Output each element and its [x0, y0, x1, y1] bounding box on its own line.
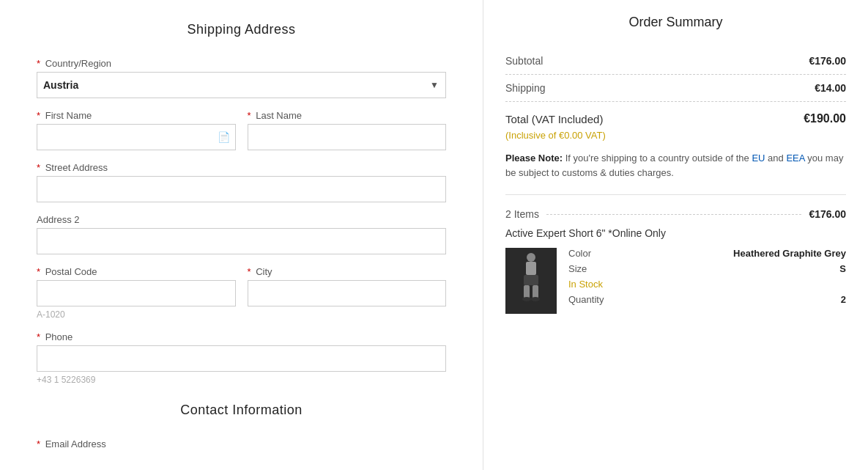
items-summary-row: 2 Items €176.00: [505, 208, 846, 220]
product-name: Active Expert Short 6" *Online Only: [505, 227, 846, 239]
order-summary-panel: Order Summary Subtotal €176.00 Shipping …: [483, 0, 868, 470]
product-row: Color Heathered Graphite Grey Size S In …: [505, 248, 846, 314]
quantity-label: Quantity: [568, 294, 604, 305]
shipping-address-panel: Shipping Address * Country/Region Austri…: [0, 0, 483, 470]
eea-text: EEA: [786, 153, 804, 164]
total-row: Total (VAT Included) €190.00: [505, 102, 846, 130]
address2-label: Address 2: [37, 214, 446, 225]
first-name-field-group: * First Name 📄: [37, 110, 236, 150]
svg-point-5: [522, 297, 531, 301]
subtotal-value: €176.00: [809, 55, 846, 67]
street-input[interactable]: [37, 176, 446, 202]
address2-input[interactable]: [37, 228, 446, 254]
items-value: €176.00: [809, 208, 846, 220]
shipping-value: €14.00: [815, 82, 846, 94]
note-text: If you're shipping to a country outside …: [565, 153, 752, 164]
quantity-value: 2: [841, 294, 846, 305]
country-select[interactable]: Austria Germany France Italy Spain: [37, 72, 446, 98]
color-value: Heathered Graphite Grey: [733, 248, 846, 259]
first-name-label: * First Name: [37, 110, 236, 121]
street-required-star: *: [37, 162, 40, 173]
postal-required-star: *: [37, 266, 40, 277]
city-required-star: *: [248, 266, 251, 277]
contact-info-title: Contact Information: [37, 403, 446, 418]
color-label: Color: [568, 248, 591, 259]
product-details: Color Heathered Graphite Grey Size S In …: [568, 248, 846, 314]
product-image-svg: [513, 251, 549, 310]
shipping-address-title: Shipping Address: [37, 22, 446, 37]
last-name-label: * Last Name: [248, 110, 447, 121]
items-dashed-line: [546, 214, 801, 215]
email-label: * Email Address: [37, 438, 446, 449]
quantity-row: Quantity 2: [568, 294, 846, 305]
first-name-required-star: *: [37, 110, 40, 121]
postal-input[interactable]: [37, 280, 236, 306]
subtotal-label: Subtotal: [505, 55, 543, 67]
divider: [505, 194, 846, 195]
svg-rect-1: [526, 262, 536, 275]
postal-field-group: * Postal Code A-1020: [37, 266, 236, 320]
svg-rect-3: [524, 285, 530, 298]
last-name-field-group: * Last Name: [248, 110, 447, 150]
size-label: Size: [568, 263, 587, 274]
items-label: 2 Items: [505, 208, 539, 220]
last-name-required-star: *: [248, 110, 251, 121]
eu-text: EU: [752, 153, 765, 164]
phone-hint: +43 1 5226369: [37, 375, 446, 385]
subtotal-row: Subtotal €176.00: [505, 48, 846, 75]
postal-label: * Postal Code: [37, 266, 236, 277]
phone-label: * Phone: [37, 331, 446, 342]
total-value: €190.00: [804, 112, 846, 125]
email-required-star: *: [37, 438, 40, 449]
note-text-2: and: [768, 153, 786, 164]
last-name-input[interactable]: [248, 124, 447, 150]
country-required-star: *: [37, 58, 40, 69]
first-name-input[interactable]: [37, 124, 236, 150]
color-row: Color Heathered Graphite Grey: [568, 248, 846, 259]
postal-hint: A-1020: [37, 309, 236, 320]
street-label: * Street Address: [37, 162, 446, 173]
country-field-group: * Country/Region Austria Germany France …: [37, 58, 446, 98]
shipping-row: Shipping €14.00: [505, 75, 846, 102]
total-label: Total (VAT Included): [505, 113, 603, 125]
customs-note: Please Note: If you're shipping to a cou…: [505, 151, 846, 180]
product-image: [505, 248, 557, 314]
svg-rect-2: [524, 275, 538, 285]
address2-field-group: Address 2: [37, 214, 446, 254]
vat-note: (Inclusive of €0.00 VAT): [505, 130, 846, 141]
phone-input[interactable]: [37, 345, 446, 372]
country-label: * Country/Region: [37, 58, 446, 69]
city-field-group: * City: [248, 266, 447, 320]
svg-point-6: [531, 297, 540, 301]
postal-city-row: * Postal Code A-1020 * City: [37, 266, 446, 331]
street-field-group: * Street Address: [37, 162, 446, 202]
stock-label: In Stock: [568, 279, 603, 290]
city-input[interactable]: [248, 280, 447, 306]
email-field-group: * Email Address: [37, 438, 446, 449]
svg-rect-4: [533, 285, 538, 298]
country-select-wrapper: Austria Germany France Italy Spain ▼: [37, 72, 446, 98]
size-value: S: [839, 263, 846, 274]
phone-field-group: * Phone +43 1 5226369: [37, 331, 446, 385]
id-card-icon: 📄: [218, 131, 230, 143]
city-label: * City: [248, 266, 447, 277]
order-summary-title: Order Summary: [505, 15, 846, 30]
size-row: Size S: [568, 263, 846, 274]
shipping-label: Shipping: [505, 82, 546, 94]
stock-row: In Stock: [568, 279, 846, 290]
name-row: * First Name 📄 * Last Name: [37, 110, 446, 162]
svg-point-0: [527, 253, 535, 262]
note-bold: Please Note:: [505, 153, 563, 164]
first-name-input-wrapper: 📄: [37, 124, 236, 150]
phone-required-star: *: [37, 331, 40, 342]
